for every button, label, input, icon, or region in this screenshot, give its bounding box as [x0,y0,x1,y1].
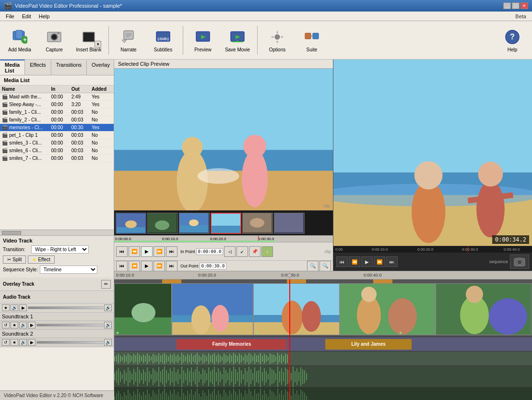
tab-effects[interactable]: Effects [25,60,51,75]
svg-point-33 [242,150,268,207]
suite-button[interactable]: Suite [295,24,329,57]
s2-volume-slider[interactable] [36,341,103,344]
menu-edit[interactable]: Edit [18,12,35,20]
down-arrow-button[interactable]: ↓ [261,246,273,257]
minimize-button[interactable]: _ [503,2,511,9]
subtitles-button[interactable]: [ SUB ] Subtitles [146,24,180,57]
svg-rect-233 [227,373,228,380]
svg-rect-103 [153,354,154,364]
seq2-step-fwd[interactable]: ⏩ [374,256,385,267]
media-row[interactable]: 🎬family_2 - Cli... 00:00 00:03 No [0,116,114,124]
s1-loop-button[interactable]: ↺ [2,322,10,328]
audio-mute-button[interactable]: 🔊 [11,304,18,311]
tab-media-list[interactable]: Media List [0,60,25,75]
seq2-play-btn[interactable]: ▶ [361,256,373,267]
svg-rect-48 [274,213,303,232]
video-clip-5[interactable] [436,283,532,335]
menu-help[interactable]: Help [35,12,54,20]
overlay-clip-lily[interactable]: Lily and James [325,339,412,350]
s2-loop-button[interactable]: ↺ [2,339,10,346]
audio-volume-slider[interactable] [28,306,103,309]
set-in-button[interactable]: ◁ [224,246,236,257]
overlay-clip-family[interactable]: Family Memories [177,339,287,350]
seq2-skip-start[interactable]: ⏮ [336,256,348,267]
options-button[interactable]: Options [260,24,294,57]
clip-play[interactable]: ▶ [141,246,153,257]
seq2-skip-end[interactable]: ⏭ [386,256,398,267]
seq-step-fwd[interactable]: ⏩ [154,261,165,271]
close-button[interactable]: ✕ [520,2,528,9]
media-row[interactable]: 🎬pet_1 - Clip 1 00:00 00:03 No [0,132,114,139]
s2-mute-button[interactable]: 🔊 [19,339,27,346]
video-clip-3[interactable] [253,283,340,335]
media-row[interactable]: 🎬memories - Cl... 00:00 00:30 Yes [0,124,114,132]
effect-button[interactable]: ★ Effect [28,255,54,264]
prev-in-button[interactable]: ↙ [236,246,248,257]
menu-file[interactable]: File [2,12,18,20]
svg-rect-217 [197,366,198,387]
split-button[interactable]: ✂ Split [3,255,26,264]
save-movie-button[interactable]: Save Movie [221,24,254,57]
audio-star-button[interactable]: ★ [2,304,10,311]
transition-dropdown[interactable]: Wipe - Right to Left [31,245,89,254]
narrate-button[interactable]: Narrate [112,24,145,57]
clip-skip-end[interactable]: ⏭ [166,246,177,257]
capture-button[interactable]: Capture [37,24,71,57]
snap-button[interactable]: 📌 [249,246,260,257]
screenshot-button[interactable] [510,255,529,269]
video-clip-1[interactable] [114,283,172,335]
seq-skip-end[interactable]: ⏭ [166,261,177,271]
seq-play-btn[interactable]: ▶ [141,261,153,271]
tab-overlay[interactable]: Overlay [87,60,115,75]
zoom-fit-button[interactable]: 🔍 [307,261,319,271]
s2-star-button[interactable]: ★ [11,339,18,346]
svg-rect-350 [258,393,259,400]
overlay-edit-button[interactable]: ✏ [101,280,111,289]
media-row[interactable]: 🎬smiles_7 - Cli... 00:00 00:03 No [0,155,114,162]
s1-volume-slider[interactable] [36,324,103,327]
clip-skip-start[interactable]: ⏮ [116,246,128,257]
seq2-step-back[interactable]: ⏪ [349,256,360,267]
svg-rect-182 [130,371,130,383]
tab-transitions[interactable]: Transitions [51,60,87,75]
media-scrollbar[interactable] [0,230,114,235]
media-row[interactable]: 🎬family_1 - Cli... 00:00 00:03 No [0,109,114,116]
svg-rect-214 [191,367,192,386]
add-media-button[interactable]: + Add Media [3,24,36,57]
s1-play-button[interactable]: ▶ [28,322,35,328]
svg-rect-282 [128,389,129,400]
svg-text:[ SUB ]: [ SUB ] [158,37,168,41]
clip-step-fwd[interactable]: ⏩ [154,246,165,257]
help-button[interactable]: ? Help [496,24,529,57]
media-row[interactable]: 🎬smiles_3 - Cli... 00:00 00:03 No [0,139,114,147]
insert-blank-button[interactable]: ▾ Insert Blank [72,24,106,57]
media-row[interactable]: 🎬Sleep Away -... 00:00 3:20 Yes [0,101,114,109]
preview-button[interactable]: Preview [186,24,220,57]
svg-rect-230 [222,374,223,379]
sequence-style-dropdown[interactable]: Timeline [40,266,97,274]
video-clip-2[interactable] [172,283,253,335]
suite-icon [303,28,320,46]
clip-step-back[interactable]: ⏪ [129,246,140,257]
svg-rect-301 [164,388,165,400]
s2-play-button[interactable]: ▶ [28,339,35,346]
zoom-out-button[interactable]: 🔍 [319,261,331,271]
svg-rect-291 [145,395,146,400]
maximize-button[interactable]: □ [512,2,520,9]
media-table[interactable]: Name In Out Added 🎬Maid with the... 00:0… [0,85,114,230]
seq-step-back[interactable]: ⏪ [129,261,140,271]
svg-rect-367 [291,396,292,400]
svg-rect-325 [210,394,211,400]
media-row[interactable]: 🎬Maid with the... 00:00 2:49 Yes [0,93,114,101]
video-clip-4[interactable] [340,283,436,335]
svg-rect-281 [126,395,127,400]
seq-skip-start[interactable]: ⏮ [116,261,128,271]
svg-rect-152 [247,355,248,362]
audio-play-button[interactable]: ▶ [19,304,27,311]
svg-text:+: + [23,36,26,43]
s1-star-button[interactable]: ★ [11,322,18,328]
svg-rect-361 [279,394,280,400]
media-row[interactable]: 🎬smiles_6 - Cli... 00:00 00:03 No [0,147,114,155]
s1-mute-button[interactable]: 🔊 [19,322,27,328]
svg-rect-363 [283,395,284,400]
